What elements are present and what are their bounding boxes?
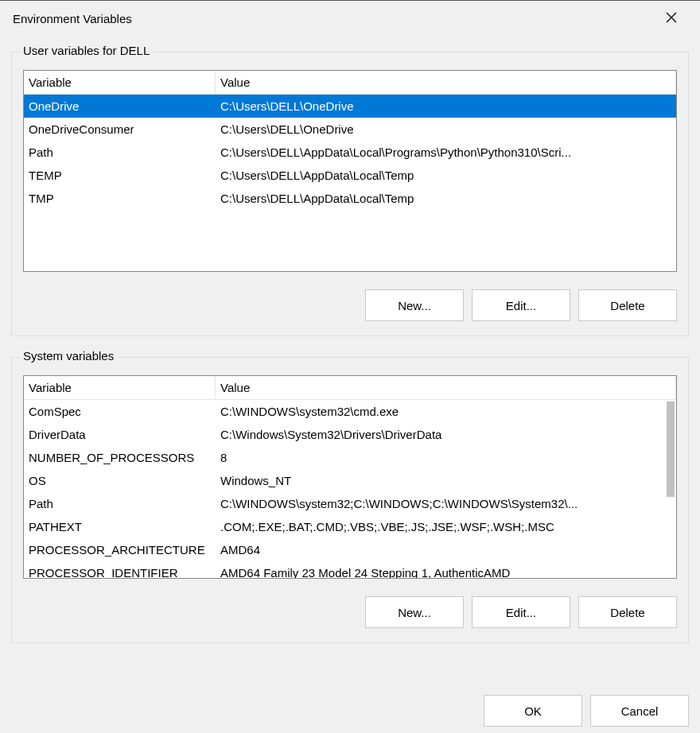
table-header: Variable Value (24, 376, 676, 400)
column-header-value[interactable]: Value (216, 71, 676, 94)
cell-variable: OS (24, 474, 216, 487)
cell-value: C:\WINDOWS\system32\cmd.exe (216, 405, 676, 418)
cell-variable: PROCESSOR_ARCHITECTURE (24, 543, 216, 557)
system-variables-list[interactable]: Variable Value ComSpecC:\WINDOWS\system3… (23, 375, 677, 579)
column-header-value[interactable]: Value (216, 376, 676, 399)
cell-value: C:\Users\DELL\AppData\Local\Temp (216, 169, 676, 182)
scrollbar-thumb[interactable] (667, 401, 675, 497)
user-variables-legend: User variables for DELL (20, 44, 153, 57)
environment-variables-dialog: Environment Variables User variables for… (0, 0, 700, 733)
table-row[interactable]: OneDriveConsumerC:\Users\DELL\OneDrive (24, 118, 676, 141)
dialog-buttons: OK Cancel (0, 695, 700, 733)
cell-value: C:\Users\DELL\OneDrive (216, 99, 676, 113)
cell-value: .COM;.EXE;.BAT;.CMD;.VBS;.VBE;.JS;.JSE;.… (216, 520, 676, 533)
user-buttons-row: New... Edit... Delete (23, 289, 677, 321)
client-area: User variables for DELL Variable Value O… (0, 36, 700, 693)
cell-value: C:\Users\DELL\AppData\Local\Programs\Pyt… (216, 145, 676, 159)
table-row[interactable]: TMPC:\Users\DELL\AppData\Local\Temp (24, 187, 676, 210)
table-row[interactable]: DriverDataC:\Windows\System32\Drivers\Dr… (24, 423, 676, 446)
cell-variable: NUMBER_OF_PROCESSORS (24, 451, 216, 464)
system-buttons-row: New... Edit... Delete (23, 596, 677, 628)
cell-variable: PATHEXT (24, 520, 216, 533)
table-row[interactable]: NUMBER_OF_PROCESSORS8 (24, 446, 676, 469)
system-delete-button[interactable]: Delete (578, 596, 677, 628)
close-button[interactable] (655, 2, 687, 34)
cell-value: C:\Users\DELL\AppData\Local\Temp (216, 192, 676, 205)
table-row[interactable]: OSWindows_NT (24, 469, 676, 492)
system-variables-group: System variables Variable Value ComSpecC… (11, 357, 689, 643)
user-variables-list[interactable]: Variable Value OneDriveC:\Users\DELL\One… (23, 70, 677, 272)
user-edit-button[interactable]: Edit... (472, 289, 570, 321)
cell-value: C:\Users\DELL\OneDrive (216, 122, 676, 136)
cell-variable: DriverData (24, 428, 216, 441)
cell-value: C:\Windows\System32\Drivers\DriverData (216, 428, 676, 441)
table-row[interactable]: OneDriveC:\Users\DELL\OneDrive (24, 95, 676, 118)
system-variables-legend: System variables (20, 349, 117, 363)
cell-variable: Path (24, 145, 216, 159)
cell-variable: TMP (24, 192, 216, 205)
cell-value: AMD64 Family 23 Model 24 Stepping 1, Aut… (216, 566, 676, 579)
table-row[interactable]: PathC:\Users\DELL\AppData\Local\Programs… (24, 141, 676, 164)
cancel-button[interactable]: Cancel (590, 695, 689, 727)
user-delete-button[interactable]: Delete (578, 289, 677, 321)
table-row[interactable]: TEMPC:\Users\DELL\AppData\Local\Temp (24, 164, 676, 187)
cell-value: 8 (216, 451, 676, 464)
table-row[interactable]: PATHEXT.COM;.EXE;.BAT;.CMD;.VBS;.VBE;.JS… (24, 515, 676, 538)
ok-button[interactable]: OK (484, 695, 582, 727)
cell-value: AMD64 (216, 543, 676, 557)
system-edit-button[interactable]: Edit... (472, 596, 570, 628)
titlebar: Environment Variables (0, 1, 700, 36)
cell-variable: OneDrive (24, 99, 216, 113)
cell-variable: PROCESSOR_IDENTIFIER (24, 566, 216, 579)
column-header-variable[interactable]: Variable (24, 71, 216, 94)
cell-variable: TEMP (24, 169, 216, 182)
cell-value: Windows_NT (216, 474, 676, 487)
user-variables-group: User variables for DELL Variable Value O… (11, 52, 689, 336)
cell-variable: OneDriveConsumer (24, 122, 216, 136)
table-row[interactable]: PROCESSOR_IDENTIFIERAMD64 Family 23 Mode… (24, 561, 676, 579)
table-row[interactable]: PathC:\WINDOWS\system32;C:\WINDOWS;C:\WI… (24, 492, 676, 515)
cell-variable: ComSpec (24, 405, 216, 418)
user-new-button[interactable]: New... (365, 289, 464, 321)
cell-variable: Path (24, 497, 216, 510)
table-header: Variable Value (24, 71, 676, 95)
window-title: Environment Variables (13, 12, 655, 25)
close-icon (666, 12, 677, 25)
cell-value: C:\WINDOWS\system32;C:\WINDOWS;C:\WINDOW… (216, 497, 676, 510)
column-header-variable[interactable]: Variable (24, 376, 216, 399)
table-row[interactable]: ComSpecC:\WINDOWS\system32\cmd.exe (24, 400, 676, 423)
system-new-button[interactable]: New... (365, 596, 464, 628)
table-row[interactable]: PROCESSOR_ARCHITECTUREAMD64 (24, 538, 676, 561)
